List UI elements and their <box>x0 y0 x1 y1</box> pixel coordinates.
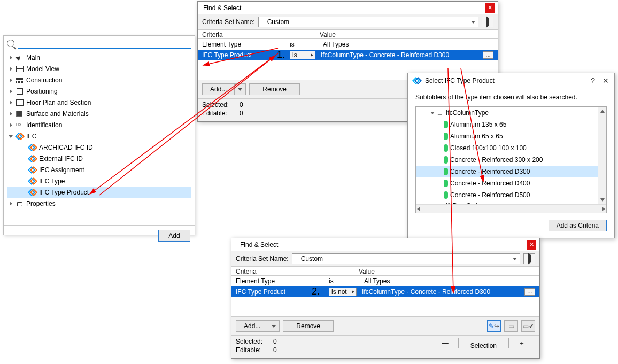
selected-label: Selected: <box>202 101 240 109</box>
hint-text: Subfolders of the type item chosen will … <box>415 94 607 101</box>
criteria-row-ifc-type-product[interactable]: IFC Type Product is not IfcColumnType - … <box>231 286 539 297</box>
criteria-set-menu-button[interactable] <box>523 253 535 264</box>
add-to-selection-button[interactable]: ＋ <box>508 338 535 348</box>
tree-item-identification[interactable]: Identification <box>7 119 191 130</box>
find-select-dialog-2: Find & Select ✕ Criteria Set Name: Custo… <box>231 238 540 359</box>
apply-to-all-button[interactable] <box>521 320 535 332</box>
criteria-set-name-select[interactable]: Custom <box>258 17 478 27</box>
label: Identification <box>26 121 62 129</box>
annotation-number-1: 1. <box>277 49 285 60</box>
tag-icon <box>16 200 24 207</box>
horizontal-scrollbar[interactable] <box>416 204 606 213</box>
column-icon <box>444 168 448 175</box>
editable-value: 0 <box>273 346 289 354</box>
criteria-name: Element Type <box>236 277 327 285</box>
tree-leaf[interactable]: Concrete - Reinforced D400 <box>416 177 598 189</box>
cursor-icon <box>16 55 24 61</box>
tree-leaf[interactable]: Aluminium 65 x 65 <box>416 130 598 142</box>
label: Concrete - Reinforced 300 x 200 <box>450 156 543 164</box>
criteria-name: IFC Type Product <box>202 51 288 59</box>
tree-leaf[interactable]: Concrete - Reinforced D500 <box>416 189 598 201</box>
add-criteria-button[interactable]: Add... <box>202 83 246 95</box>
column-icon <box>444 133 448 140</box>
dialog-title: Select IFC Type Product <box>425 77 495 84</box>
label: Main <box>26 54 40 61</box>
tree-item-positioning[interactable]: Positioning <box>7 86 191 97</box>
label: Floor Plan and Section <box>26 99 91 106</box>
criteria-value: IfcColumnType - Concrete - Reinforced D3… <box>318 51 481 59</box>
label: ARCHICAD IFC ID <box>39 144 93 151</box>
vertical-scrollbar[interactable] <box>598 107 606 204</box>
tree-leaf[interactable]: Concrete - Reinforced 300 x 200 <box>416 154 598 166</box>
annotation-number-2: 2. <box>312 286 320 297</box>
label: Concrete - Reinforced D400 <box>450 180 530 187</box>
dialog-title: Find & Select <box>203 4 241 12</box>
dialog-title: Find & Select <box>237 241 278 249</box>
plan-icon <box>16 99 24 106</box>
tree-item-ifc-assignment[interactable]: IFC Assignment <box>7 164 191 175</box>
tree-item-external-ifc-id[interactable]: External IFC ID <box>7 153 191 164</box>
label: IfcColumnType <box>446 109 489 117</box>
tree-item-surface[interactable]: Surface and Materials <box>7 108 191 119</box>
tree-item-main[interactable]: Main <box>7 52 191 63</box>
criteria-value: All Types <box>320 41 493 48</box>
criteria-row-element-type[interactable]: Element Type is All Types <box>198 39 498 50</box>
close-button[interactable]: ✕ <box>602 76 609 85</box>
tree-item-archicad-ifc-id[interactable]: ARCHICAD IFC ID <box>7 142 191 153</box>
pick-element-button[interactable] <box>487 320 501 332</box>
value-browse-button[interactable]: … <box>524 288 535 296</box>
label: Positioning <box>26 88 58 95</box>
tree-item-ifc-type-product[interactable]: IFC Type Product <box>7 187 191 198</box>
chevron-down-icon <box>470 19 476 25</box>
label: External IFC ID <box>39 155 83 162</box>
tree-item-ifc[interactable]: IFC <box>7 130 191 142</box>
tree-item-ifc-type[interactable]: IFC Type <box>7 175 191 187</box>
search-input[interactable] <box>18 38 191 49</box>
ifc-icon <box>28 156 37 162</box>
help-button[interactable]: ? <box>591 76 595 85</box>
criteria-tree: Main Model View Construction Positioning… <box>4 51 195 225</box>
triangle-right-icon <box>352 290 354 293</box>
ifc-icon <box>16 133 24 140</box>
criteria-name: Element Type <box>202 41 288 48</box>
chevron-down-icon <box>271 323 276 329</box>
criteria-add-button[interactable]: Add <box>158 230 190 242</box>
tree-leaf[interactable]: Closed 100x100 100 x 100 <box>416 142 598 154</box>
deselect-button[interactable]: — <box>432 338 459 348</box>
tree-item-floor-plan[interactable]: Floor Plan and Section <box>7 97 191 108</box>
criteria-set-name-select[interactable]: Custom <box>292 253 520 264</box>
tree-item-construction[interactable]: Construction <box>7 74 191 86</box>
square-icon <box>16 88 24 95</box>
criteria-column-header: Criteria <box>236 268 359 275</box>
pencil-icon <box>489 322 494 330</box>
remove-criteria-button[interactable]: Remove <box>249 83 300 95</box>
remove-criteria-button[interactable]: Remove <box>283 320 334 332</box>
select-ifc-type-product-dialog: Select IFC Type Product ? ✕ Subfolders o… <box>407 73 615 238</box>
column-icon <box>444 180 448 187</box>
add-as-criteria-button[interactable]: Add as Criteria <box>549 220 607 231</box>
column-icon <box>444 191 448 199</box>
tree-item-model-view[interactable]: Model View <box>7 63 191 74</box>
criteria-row-ifc-type-product[interactable]: IFC Type Product is IfcColumnType - Conc… <box>198 50 498 60</box>
tree-item-properties[interactable]: Properties <box>7 198 191 209</box>
ifc-type-tree: IfcColumnType Aluminium 135 x 65 Alumini… <box>415 106 607 213</box>
operator-select[interactable]: is not <box>329 288 357 296</box>
operator-select[interactable]: is <box>290 51 315 59</box>
column-icon <box>444 156 448 164</box>
label: Concrete - Reinforced D300 <box>450 168 530 175</box>
value-browse-button[interactable]: … <box>483 51 493 59</box>
tree-leaf-selected[interactable]: Concrete - Reinforced D300 <box>416 166 598 177</box>
criteria-row-element-type[interactable]: Element Type is All Types <box>231 276 539 286</box>
close-button[interactable]: ✕ <box>485 3 495 13</box>
add-criteria-button[interactable]: Add... <box>236 320 280 332</box>
close-button[interactable]: ✕ <box>527 240 536 250</box>
tree-node-ifccolumntype[interactable]: IfcColumnType <box>416 107 598 119</box>
criteria-value: IfcColumnType - Concrete - Reinforced D3… <box>359 288 522 296</box>
tree-leaf[interactable]: Aluminium 135 x 65 <box>416 119 598 130</box>
operator-text: is <box>329 277 359 285</box>
search-icon <box>7 40 14 47</box>
criteria-set-menu-button[interactable] <box>482 17 493 27</box>
ifc-icon <box>28 189 37 196</box>
selected-label: Selected: <box>236 338 273 345</box>
select-similar-button[interactable] <box>504 320 518 332</box>
